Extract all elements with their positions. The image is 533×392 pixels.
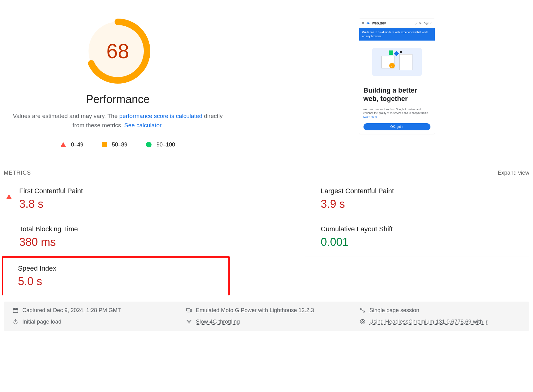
- session-icon: [359, 307, 366, 313]
- square-icon: [102, 142, 107, 147]
- score-calculated-link[interactable]: performance score is calculated: [119, 113, 202, 119]
- gauge-column: 68 Performance Values are estimated and …: [6, 19, 229, 148]
- stopwatch-icon: [12, 319, 19, 325]
- metric-card[interactable]: Speed Index5.0 s: [2, 256, 230, 295]
- metric-name: Speed Index: [18, 264, 56, 272]
- chrome-icon: [359, 319, 366, 325]
- theme-icon: ☀: [419, 21, 422, 25]
- mock-ok-button: OK, got it: [363, 123, 430, 130]
- webdev-logo-icon: [366, 21, 370, 25]
- mock-cookie-text: web.dev uses cookies from Google to deli…: [363, 108, 429, 115]
- metric-card[interactable]: Total Blocking Time380 ms: [4, 218, 228, 256]
- network-icon: [186, 319, 192, 325]
- hamburger-icon: ≡: [362, 21, 364, 26]
- metric-body: Speed Index5.0 s: [18, 264, 56, 288]
- calendar-icon: [12, 307, 19, 313]
- mock-hero: ✓: [359, 41, 435, 85]
- metric-card[interactable]: First Contentful Paint3.8 s: [4, 180, 228, 218]
- mock-brand: web.dev: [372, 21, 386, 25]
- svg-point-11: [362, 321, 363, 323]
- mock-illustration: ✓: [372, 48, 422, 76]
- score-gauge: 68: [85, 19, 150, 84]
- screenshot-column: ≡ web.dev ⌕ ☀ Sign in Guidance to build …: [267, 19, 527, 148]
- metric-body: First Contentful Paint3.8 s: [19, 187, 83, 211]
- legend-pass: 90–100: [146, 142, 175, 148]
- env-throttle-text[interactable]: Slow 4G throttling: [196, 319, 240, 325]
- triangle-icon: [6, 189, 12, 199]
- metric-name: First Contentful Paint: [19, 187, 83, 195]
- devices-icon: [186, 307, 192, 313]
- metric-value: 5.0 s: [18, 275, 56, 288]
- metric-value: 3.9 s: [321, 198, 394, 211]
- legend-avg-label: 50–89: [112, 142, 127, 148]
- vertical-divider: [248, 43, 248, 115]
- metric-body: Cumulative Layout Shift0.001: [321, 225, 393, 249]
- mock-topbar: ≡ web.dev ⌕ ☀ Sign in: [359, 19, 435, 28]
- legend-fail: 0–49: [60, 142, 83, 148]
- score-value: 68: [85, 19, 150, 84]
- svg-rect-3: [13, 308, 18, 312]
- runtime-environment: Captured at Dec 9, 2024, 1:28 PM GMT Emu…: [4, 302, 529, 331]
- metrics-header: METRICS Expand view: [0, 167, 533, 180]
- env-device-text[interactable]: Emulated Moto G Power with Lighthouse 12…: [196, 307, 314, 314]
- performance-summary: 68 Performance Values are estimated and …: [0, 0, 533, 157]
- metric-value: 380 ms: [19, 236, 78, 249]
- metric-status-icon: [6, 189, 12, 194]
- desc-text: .: [161, 122, 163, 128]
- metric-body: Total Blocking Time380 ms: [19, 225, 78, 249]
- env-throttle[interactable]: Slow 4G throttling: [186, 319, 347, 325]
- mock-cookie-notice: web.dev uses cookies from Google to deli…: [359, 106, 435, 121]
- svg-rect-4: [187, 308, 190, 311]
- legend-fail-label: 0–49: [71, 142, 83, 148]
- env-browser-text[interactable]: Using HeadlessChromium 131.0.6778.69 wit…: [369, 319, 487, 325]
- env-browser[interactable]: Using HeadlessChromium 131.0.6778.69 wit…: [359, 319, 521, 325]
- metric-card[interactable]: Cumulative Layout Shift0.001: [305, 218, 529, 256]
- see-calculator-link[interactable]: See calculator: [124, 122, 161, 128]
- svg-rect-5: [190, 309, 192, 312]
- metric-name: Total Blocking Time: [19, 225, 78, 233]
- mock-signin: Sign in: [424, 22, 432, 25]
- metrics-grid: First Contentful Paint3.8 sLargest Conte…: [0, 180, 533, 295]
- metric-name: Largest Contentful Paint: [321, 187, 394, 195]
- performance-title: Performance: [86, 93, 150, 106]
- expand-view-toggle[interactable]: Expand view: [498, 170, 529, 176]
- metric-value: 0.001: [321, 236, 393, 249]
- env-captured-text: Captured at Dec 9, 2024, 1:28 PM GMT: [22, 307, 121, 314]
- env-session-text[interactable]: Single page session: [369, 307, 419, 314]
- metric-value: 3.8 s: [19, 198, 83, 211]
- metric-name: Cumulative Layout Shift: [321, 225, 393, 233]
- mock-banner: Guidance to build modern web experiences…: [359, 28, 435, 41]
- env-load-text: Initial page load: [22, 319, 61, 325]
- metric-body: Largest Contentful Paint3.9 s: [321, 187, 394, 211]
- metric-card[interactable]: Largest Contentful Paint3.9 s: [305, 180, 529, 218]
- env-load: Initial page load: [12, 319, 174, 325]
- performance-description: Values are estimated and may vary. The p…: [12, 111, 223, 130]
- metrics-title: METRICS: [4, 170, 31, 176]
- env-captured: Captured at Dec 9, 2024, 1:28 PM GMT: [12, 307, 174, 314]
- mock-learn-more-link: Learn more: [363, 115, 377, 118]
- env-device[interactable]: Emulated Moto G Power with Lighthouse 12…: [186, 307, 347, 314]
- score-legend: 0–49 50–89 90–100: [60, 142, 175, 148]
- page-screenshot: ≡ web.dev ⌕ ☀ Sign in Guidance to build …: [359, 19, 435, 134]
- desc-text: Values are estimated and may vary. The: [13, 113, 119, 119]
- svg-point-9: [189, 324, 189, 324]
- triangle-icon: [60, 142, 66, 147]
- search-icon: ⌕: [415, 21, 417, 25]
- circle-icon: [146, 142, 152, 147]
- mock-headline: Building a better web, together: [359, 85, 435, 106]
- legend-average: 50–89: [102, 142, 127, 148]
- legend-pass-label: 90–100: [156, 142, 175, 148]
- env-session[interactable]: Single page session: [359, 307, 521, 314]
